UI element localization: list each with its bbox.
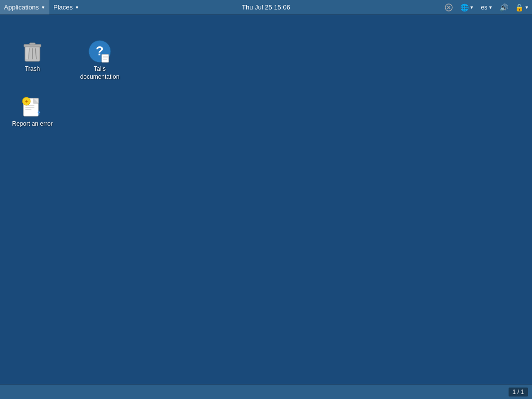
language-arrow-icon: ▼ <box>488 5 493 10</box>
volume-icon: 🔊 <box>500 3 508 11</box>
lock-button[interactable]: 🔒 ▼ <box>512 0 532 14</box>
network-icon-button[interactable]: 🌐 ▼ <box>457 0 477 14</box>
report-error-label: Report an error <box>12 120 52 128</box>
svg-text:✦: ✦ <box>24 99 28 104</box>
trash-icon-image <box>20 39 44 63</box>
applications-menu[interactable]: Applications ▼ <box>0 0 49 14</box>
notification-icon-button[interactable] <box>441 0 456 14</box>
datetime-display: Thu Jul 25 15:06 <box>242 3 290 11</box>
panel-right: 🌐 ▼ es ▼ 🔊 🔒 ▼ <box>441 0 532 14</box>
tails-doc-icon-image: ? <box>88 39 112 63</box>
applications-label: Applications <box>4 3 39 11</box>
datetime-text: Thu Jul 25 15:06 <box>242 3 290 11</box>
report-error-icon-desktop[interactable]: ✦ Report an error <box>10 92 55 130</box>
trash-label: Trash <box>25 65 40 73</box>
workspace-label: 1 / 1 <box>513 389 524 396</box>
desktop: Trash ? Tailsdocumentation <box>0 15 532 384</box>
lock-icon: 🔒 <box>515 3 524 11</box>
tails-doc-icon-desktop[interactable]: ? Tailsdocumentation <box>77 37 122 83</box>
language-indicator[interactable]: es ▼ <box>478 0 496 14</box>
panel-left: Applications ▼ Places ▼ <box>0 0 83 14</box>
trash-icon-desktop[interactable]: Trash <box>10 37 55 75</box>
report-error-icon-image: ✦ <box>20 94 44 118</box>
svg-rect-3 <box>29 43 35 45</box>
places-label: Places <box>53 3 73 11</box>
lock-arrow-icon: ▼ <box>525 5 529 10</box>
places-arrow-icon: ▼ <box>75 5 79 10</box>
bottom-panel: 1 / 1 <box>0 384 532 399</box>
globe-icon: 🌐 <box>460 3 469 11</box>
top-panel: Applications ▼ Places ▼ Thu Jul 25 15:06… <box>0 0 532 15</box>
volume-button[interactable]: 🔊 <box>497 0 511 14</box>
network-arrow-icon: ▼ <box>470 5 474 10</box>
tails-doc-label: Tailsdocumentation <box>80 65 120 81</box>
places-menu[interactable]: Places ▼ <box>49 0 83 14</box>
applications-arrow-icon: ▼ <box>41 5 45 10</box>
star-icon <box>444 3 453 12</box>
svg-rect-7 <box>25 47 29 59</box>
svg-rect-10 <box>102 54 109 62</box>
language-label: es <box>481 4 487 11</box>
svg-rect-23 <box>38 113 39 115</box>
workspace-indicator[interactable]: 1 / 1 <box>509 388 528 397</box>
